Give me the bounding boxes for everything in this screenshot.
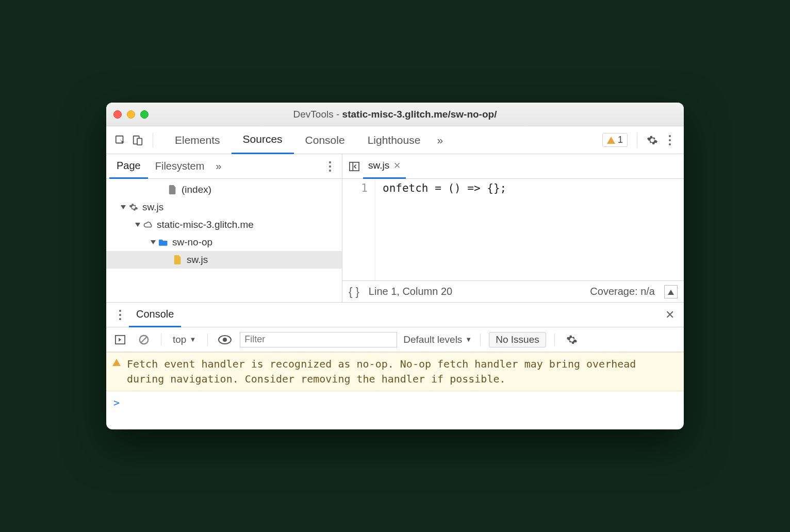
tree-label: sw.js [142, 202, 163, 213]
tab-lighthouse[interactable]: Lighthouse [356, 126, 432, 154]
code-content[interactable]: onfetch = () => {}; [375, 179, 684, 280]
tabs-overflow[interactable]: » [432, 126, 448, 154]
caret-icon [121, 205, 126, 209]
main-toolbar: Elements Sources Console Lighthouse » 1 [106, 126, 684, 154]
nav-tab-filesystem[interactable]: Filesystem [148, 154, 212, 179]
divider [153, 132, 153, 148]
tab-elements[interactable]: Elements [163, 126, 232, 154]
settings-icon[interactable] [644, 131, 661, 149]
warning-icon [607, 137, 615, 144]
close-drawer-icon[interactable]: ✕ [661, 306, 679, 324]
navigator-more-icon[interactable] [321, 158, 339, 175]
clear-console-icon[interactable] [135, 331, 153, 348]
warning-icon [112, 359, 121, 366]
panel-tabs: Elements Sources Console Lighthouse » [163, 126, 448, 154]
console-prompt[interactable]: > [106, 391, 684, 429]
folder-icon [159, 238, 168, 247]
divider [637, 132, 637, 148]
chevron-down-icon: ▼ [465, 336, 472, 343]
code-editor[interactable]: 1 onfetch = () => {}; [342, 179, 684, 280]
tree-label: sw-no-op [172, 237, 212, 248]
drawer-tab-console[interactable]: Console [129, 303, 181, 327]
tab-console[interactable]: Console [294, 126, 356, 154]
divider [480, 334, 481, 346]
tree-domain[interactable]: static-misc-3.glitch.me [106, 216, 342, 234]
cloud-icon [143, 220, 153, 229]
caret-icon [151, 240, 156, 244]
divider [554, 334, 555, 346]
context-label: top [173, 334, 186, 345]
console-output: Fetch event handler is recognized as no-… [106, 352, 684, 429]
window-title: DevTools - static-misc-3.glitch.me/sw-no… [106, 109, 684, 120]
divider [207, 334, 208, 346]
coverage-status: Coverage: n/a [590, 286, 655, 297]
inspect-icon[interactable] [111, 131, 129, 149]
tab-filename: sw.js [368, 160, 389, 171]
titlebar: DevTools - static-misc-3.glitch.me/sw-no… [106, 103, 684, 126]
file-icon [168, 185, 177, 194]
log-level-select[interactable]: Default levels ▼ [403, 334, 472, 345]
sources-panel: Page Filesystem » (index) sw.js [106, 154, 684, 303]
code-line: onfetch = () => {}; [383, 182, 684, 194]
nav-tab-page[interactable]: Page [109, 154, 148, 179]
close-tab-icon[interactable]: ✕ [393, 160, 401, 171]
console-filter-input[interactable] [240, 332, 397, 347]
editor-tab-swjs[interactable]: sw.js ✕ [363, 154, 406, 179]
gear-icon [129, 203, 138, 212]
level-label: Default levels [403, 334, 462, 345]
editor-tabs: sw.js ✕ [342, 154, 684, 179]
editor-pane: sw.js ✕ 1 onfetch = () => {}; { } Line 1… [342, 154, 684, 302]
chevron-down-icon: ▼ [189, 336, 196, 343]
console-settings-icon[interactable] [563, 331, 581, 348]
tree-file-swjs[interactable]: sw.js [106, 251, 342, 269]
execution-context-select[interactable]: top ▼ [170, 334, 199, 345]
tree-label: sw.js [187, 254, 208, 265]
console-warning-row[interactable]: Fetch event handler is recognized as no-… [106, 352, 684, 391]
line-gutter: 1 [342, 179, 375, 280]
navigator-pane: Page Filesystem » (index) sw.js [106, 154, 342, 302]
console-toolbar: top ▼ Default levels ▼ No Issues [106, 327, 684, 352]
title-url: static-misc-3.glitch.me/sw-no-op/ [342, 109, 497, 120]
tree-label: static-misc-3.glitch.me [157, 219, 254, 230]
pretty-print-icon[interactable]: { } [349, 285, 359, 298]
drawer-tabbar: Console ✕ [106, 303, 684, 327]
warnings-count: 1 [618, 135, 623, 145]
tab-sources[interactable]: Sources [232, 126, 294, 154]
prompt-chevron-icon: > [113, 396, 120, 409]
title-prefix: DevTools - [293, 109, 342, 120]
issues-button[interactable]: No Issues [489, 332, 546, 347]
cursor-position: Line 1, Column 20 [369, 286, 452, 297]
nav-tabs-overflow[interactable]: » [211, 154, 225, 179]
more-menu-icon[interactable] [661, 131, 679, 149]
editor-statusbar: { } Line 1, Column 20 Coverage: n/a [342, 280, 684, 302]
svg-line-7 [141, 337, 147, 342]
line-number: 1 [342, 182, 368, 194]
warnings-badge[interactable]: 1 [602, 133, 628, 147]
source-tree[interactable]: (index) sw.js static-misc-3.glitch.me sw… [106, 179, 342, 302]
toggle-sidebar-icon[interactable] [111, 331, 129, 348]
svg-rect-2 [137, 138, 142, 145]
toggle-navigator-icon[interactable] [345, 158, 363, 175]
drawer-more-icon[interactable] [111, 306, 129, 324]
warning-message: Fetch event handler is recognized as no-… [127, 357, 678, 387]
devtools-window: DevTools - static-misc-3.glitch.me/sw-no… [106, 103, 684, 429]
tree-worker[interactable]: sw.js [106, 198, 342, 216]
tree-folder[interactable]: sw-no-op [106, 234, 342, 251]
navigator-tabs: Page Filesystem » [106, 154, 342, 179]
js-file-icon [173, 255, 183, 264]
divider [161, 334, 161, 346]
device-toggle-icon[interactable] [129, 131, 146, 149]
tree-label: (index) [182, 184, 211, 195]
tree-file-index[interactable]: (index) [106, 181, 342, 198]
toggle-debugger-icon[interactable] [664, 285, 678, 298]
caret-icon [135, 223, 140, 227]
live-expression-icon[interactable] [216, 331, 234, 348]
svg-point-9 [223, 338, 227, 342]
